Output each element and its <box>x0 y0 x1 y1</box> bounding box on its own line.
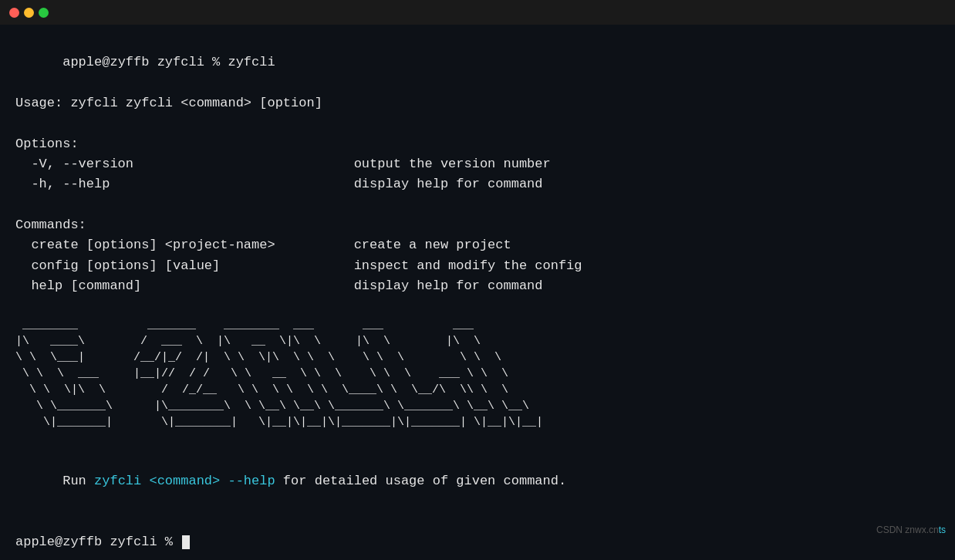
terminal-window: apple@zyffb zyfcli % zyfcli Usage: zyfcl… <box>0 0 955 560</box>
commands-header: Commands: <box>15 215 940 235</box>
ascii-art-banner: ________ _______ ________ ___ ___ ___ |\… <box>15 317 940 430</box>
option-version: -V, --version output the version number <box>15 154 940 174</box>
empty-line-2 <box>15 195 940 215</box>
minimize-button[interactable] <box>24 8 34 18</box>
empty-line-3 <box>15 296 940 316</box>
command-config: config [options] [value] inspect and mod… <box>15 256 940 276</box>
prompt-user: apple@zyffb zyfcli <box>62 55 212 69</box>
empty-line-5 <box>15 511 940 531</box>
options-header: Options: <box>15 134 940 154</box>
terminal-content: apple@zyffb zyfcli % zyfcli Usage: zyfcl… <box>0 25 955 560</box>
traffic-lights <box>9 8 49 18</box>
command-help: help [command] display help for command <box>15 276 940 296</box>
command-create: create [options] <project-name> create a… <box>15 235 940 255</box>
usage-line: Usage: zyfcli zyfcli <command> [option] <box>15 93 940 113</box>
watermark: CSDN znwx.cnts <box>876 525 946 535</box>
option-help: -h, --help display help for command <box>15 174 940 194</box>
title-bar <box>0 0 955 25</box>
prompt-text: apple@zyffb zyfcli % <box>15 532 181 552</box>
maximize-button[interactable] <box>39 8 49 18</box>
run-hint-cyan: zyfcli <command> --help <box>94 474 275 488</box>
run-hint-line: Run zyfcli <command> --help for detailed… <box>15 450 940 511</box>
command-line-1: apple@zyffb zyfcli % zyfcli <box>15 32 940 93</box>
empty-line-1 <box>15 113 940 133</box>
close-button[interactable] <box>9 8 19 18</box>
final-prompt: apple@zyffb zyfcli % <box>15 532 940 552</box>
cursor <box>182 535 190 549</box>
empty-line-4 <box>15 430 940 450</box>
command-text: zyfcli <box>228 55 275 69</box>
